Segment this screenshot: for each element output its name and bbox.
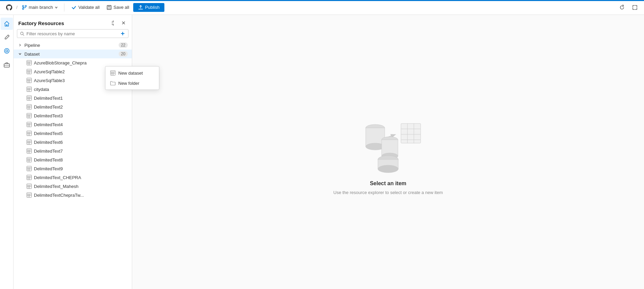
github-link[interactable]	[4, 3, 14, 12]
svg-rect-64	[27, 149, 32, 153]
item-label: DelimitedText4	[34, 122, 128, 127]
empty-state: Select an item Use the resource explorer…	[334, 109, 443, 195]
svg-rect-84	[27, 184, 32, 189]
dataset-item-icon	[26, 69, 32, 74]
sidebar-item-monitor[interactable]	[1, 45, 13, 57]
list-item[interactable]: DelimitedTextChepraTw...	[14, 191, 132, 199]
new-folder-item[interactable]: New folder	[105, 78, 159, 88]
sidebar-item-edit[interactable]	[1, 31, 13, 43]
search-input[interactable]	[26, 31, 118, 36]
item-label: DelimitedText7	[34, 149, 128, 154]
pipeline-count: 22	[119, 42, 128, 48]
list-item[interactable]: DelimitedText1	[14, 94, 132, 102]
svg-rect-19	[27, 69, 32, 74]
dataset-count: 20	[119, 51, 128, 57]
svg-rect-105	[401, 123, 421, 143]
svg-rect-89	[27, 193, 32, 197]
list-item[interactable]: DelimitedText2	[14, 102, 132, 111]
svg-point-6	[4, 49, 9, 53]
list-item[interactable]: DelimitedText5	[14, 129, 132, 138]
chevron-down-icon	[55, 6, 58, 9]
illustration	[351, 109, 425, 174]
branch-selector[interactable]: main branch	[20, 3, 60, 12]
pipeline-row[interactable]: Pipeline 22	[14, 41, 132, 50]
svg-line-11	[23, 35, 24, 36]
dataset-item-icon	[26, 166, 32, 171]
empty-state-title: Select an item	[370, 180, 406, 187]
publish-label: Publish	[145, 5, 160, 10]
separator	[64, 3, 64, 12]
save-all-button[interactable]: Save all	[104, 3, 132, 12]
collapse-button[interactable]	[109, 20, 118, 26]
main-content: Select an item Use the resource explorer…	[132, 15, 644, 289]
dataset-item-icon	[26, 122, 32, 127]
resources-title: Factory Resources	[18, 20, 64, 26]
new-dataset-icon	[110, 70, 116, 76]
item-label: DelimitedText_Mahesh	[34, 184, 128, 189]
dataset-item-icon	[26, 184, 32, 189]
briefcase-icon	[3, 61, 10, 68]
refresh-icon	[619, 4, 625, 11]
publish-icon	[138, 5, 143, 10]
list-item[interactable]: DelimitedText_Mahesh	[14, 182, 132, 191]
dataset-label: Dataset	[24, 52, 117, 57]
expand-icon	[632, 4, 638, 11]
save-icon	[106, 5, 112, 10]
expand-button[interactable]	[630, 3, 640, 12]
list-item[interactable]: DelimitedText4	[14, 120, 132, 129]
resources-panel: Factory Resources	[14, 15, 132, 289]
list-item[interactable]: DelimitedText6	[14, 138, 132, 147]
publish-button[interactable]: Publish	[133, 3, 164, 12]
pencil-icon	[3, 34, 10, 41]
list-item[interactable]: DelimitedText7	[14, 147, 132, 155]
github-icon	[6, 4, 12, 11]
dataset-item-icon	[26, 60, 32, 65]
new-folder-icon	[110, 80, 116, 86]
item-label: DelimitedText6	[34, 140, 128, 145]
svg-point-0	[22, 5, 24, 7]
svg-rect-4	[108, 5, 110, 7]
list-item[interactable]: DelimitedText9	[14, 164, 132, 173]
svg-point-1	[25, 5, 26, 7]
item-label: DelimitedText3	[34, 113, 128, 118]
svg-rect-59	[27, 140, 32, 144]
sidebar-item-manage[interactable]	[1, 58, 13, 71]
list-item[interactable]: DelimitedText8	[14, 155, 132, 164]
refresh-button[interactable]	[617, 3, 627, 12]
list-item[interactable]: DelimitedText3	[14, 111, 132, 120]
resources-header: Factory Resources	[14, 15, 132, 29]
validate-all-label: Validate all	[78, 5, 100, 10]
sidebar-item-home[interactable]	[1, 18, 13, 30]
svg-rect-5	[107, 7, 111, 9]
dataset-item-icon	[26, 95, 32, 101]
dataset-item-icon	[26, 175, 32, 180]
topbar: / main branch Validate all Save all	[0, 0, 644, 15]
chevron-down-icon	[18, 52, 22, 56]
svg-rect-49	[27, 122, 32, 127]
dataset-item-icon	[26, 157, 32, 162]
chevron-right-icon	[18, 43, 22, 47]
close-panel-button[interactable]	[120, 20, 128, 26]
dataset-item-icon	[26, 148, 32, 154]
item-label: DelimitedTextChepraTw...	[34, 193, 128, 198]
dataset-row[interactable]: Dataset 20	[14, 50, 132, 58]
home-icon	[3, 20, 10, 27]
search-icon	[20, 32, 24, 36]
validate-all-button[interactable]: Validate all	[68, 3, 102, 12]
svg-point-113	[378, 165, 398, 173]
validate-icon	[71, 5, 77, 10]
add-resource-button[interactable]	[120, 31, 125, 36]
item-label: DelimitedText_CHEPRA	[34, 175, 128, 180]
search-box[interactable]	[17, 29, 128, 38]
collapse-icon	[111, 20, 116, 26]
svg-rect-54	[27, 131, 32, 136]
context-menu: New dataset New folder	[105, 66, 159, 90]
item-label: AzureBlobStorage_Chepra	[34, 60, 128, 65]
svg-rect-39	[27, 104, 32, 109]
branch-icon	[22, 5, 27, 10]
item-label: DelimitedText1	[34, 96, 128, 101]
new-dataset-item[interactable]: New dataset	[105, 68, 159, 78]
item-label: DelimitedText8	[34, 157, 128, 162]
item-label: DelimitedText2	[34, 104, 128, 110]
list-item[interactable]: DelimitedText_CHEPRA	[14, 173, 132, 182]
